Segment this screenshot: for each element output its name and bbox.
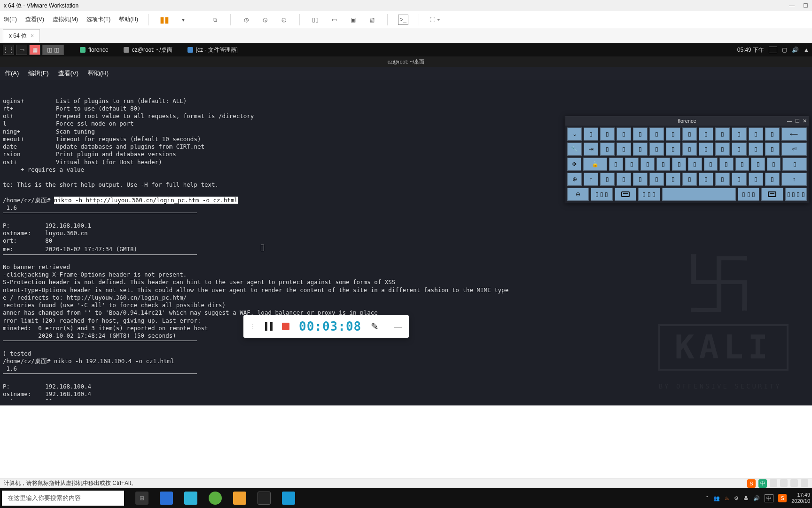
maximize-icon[interactable]: ☐	[803, 2, 808, 9]
layout1-icon[interactable]: ▯▯	[310, 15, 320, 25]
fl-key[interactable]: ▯	[719, 158, 734, 171]
snapshot-icon[interactable]: ◷	[241, 15, 251, 25]
fl-key[interactable]: ▯	[666, 173, 680, 186]
fl-zoomin-icon[interactable]: ⊕	[567, 173, 582, 186]
console-icon[interactable]: ▧	[367, 15, 377, 25]
sogou-ime-icon[interactable]: S	[778, 494, 787, 502]
menu-edit[interactable]: 辑(E)	[4, 16, 17, 24]
layout2-icon[interactable]: ▭	[329, 15, 339, 25]
unity-icon[interactable]: ▣	[348, 15, 358, 25]
fl-key[interactable]: ▯ ▯ ▯	[738, 188, 759, 201]
tray-icon[interactable]: ♨	[725, 495, 729, 501]
tray-icon[interactable]	[769, 47, 777, 53]
fl-key[interactable]: ▯	[584, 127, 598, 141]
fl-key[interactable]: ▯	[649, 127, 664, 141]
fl-key[interactable]: ▯	[682, 127, 697, 141]
fl-key[interactable]: ▯	[688, 158, 702, 171]
fl-key[interactable]: ▯	[751, 158, 765, 171]
menu-view[interactable]: 查看(V)	[25, 16, 44, 24]
fl-key[interactable]: ▯	[732, 143, 746, 156]
menu-vm[interactable]: 虚拟机(M)	[53, 16, 78, 24]
workspace-switcher[interactable]: ◫ ◫	[42, 45, 64, 55]
screen-recorder[interactable]: ⋮ 00:03:08 ✎ —	[243, 315, 409, 338]
network-icon[interactable]: 🖧	[743, 495, 749, 501]
rec-pen-icon[interactable]: ✎	[371, 321, 379, 332]
fl-keyboard-icon[interactable]	[615, 188, 636, 201]
search-input[interactable]: 在这里输入你要搜索的内容	[2, 491, 124, 506]
file-manager-icon[interactable]: ▦	[29, 45, 40, 55]
fl-key[interactable]: ▯	[617, 127, 631, 141]
fl-key[interactable]: ▯	[715, 173, 730, 186]
fl-tab-icon[interactable]: ⇥	[584, 143, 598, 156]
rec-stop-icon[interactable]	[282, 323, 289, 330]
status-icon[interactable]	[801, 479, 808, 487]
terminal-icon[interactable]	[258, 492, 271, 505]
fl-wrench-icon[interactable]: 🔧	[567, 143, 582, 156]
rec-drag-icon[interactable]: ⋮	[250, 323, 256, 330]
app-icon[interactable]	[209, 492, 222, 505]
sound-icon[interactable]: 🔊	[753, 495, 760, 501]
fl-key[interactable]: ▯	[749, 127, 763, 141]
fl-key[interactable]: ▯	[682, 173, 697, 186]
fl-key[interactable]: ▯	[600, 173, 615, 186]
close-tab-icon[interactable]: ×	[31, 32, 34, 39]
fl-key[interactable]: ▯	[749, 143, 763, 156]
close-icon[interactable]: ✕	[803, 118, 807, 124]
fl-key[interactable]: ▯ ▯ ▯	[591, 188, 612, 201]
fl-keyboard-icon[interactable]	[761, 188, 783, 201]
tray-icon[interactable]: ⚙	[734, 495, 739, 501]
task-terminal[interactable]: cz@root: ~/桌面	[119, 45, 177, 55]
fl-key[interactable]: ▯	[600, 127, 615, 141]
maximize-icon[interactable]: ☐	[795, 118, 800, 124]
fl-key[interactable]: ▯	[735, 158, 750, 171]
manage-icon[interactable]: ◵	[279, 15, 289, 25]
show-desktop-icon[interactable]: ▭	[16, 45, 27, 55]
ime-zh-icon[interactable]: 中	[758, 479, 767, 488]
pause-icon[interactable]: ▮▮	[159, 15, 170, 25]
term-menu-edit[interactable]: 编辑(E)	[28, 69, 48, 78]
fl-key[interactable]: ▯	[617, 143, 631, 156]
fl-expand-icon[interactable]: ⌄	[567, 127, 582, 141]
fl-key[interactable]: ▯	[672, 158, 686, 171]
fl-space-key[interactable]	[662, 188, 736, 201]
fl-key[interactable]: ▯	[704, 158, 718, 171]
fullscreen-icon[interactable]: >_	[398, 15, 408, 25]
fl-key[interactable]: ▯	[732, 127, 746, 141]
fl-key[interactable]: ▯	[782, 158, 807, 171]
fl-capslock-icon[interactable]: 🔒	[583, 158, 608, 171]
rec-minimize-icon[interactable]: —	[394, 322, 402, 332]
fl-key[interactable]: ▯	[600, 143, 615, 156]
dropdown-icon[interactable]: ▾	[178, 15, 188, 25]
task-filemanager[interactable]: [cz - 文件管理器]	[183, 45, 242, 55]
fl-key[interactable]: ▯	[767, 158, 781, 171]
fl-key[interactable]: ▯	[732, 173, 746, 186]
kali-menu-icon[interactable]: ⋮⋮	[3, 45, 14, 55]
sound-icon[interactable]: 🔊	[792, 47, 799, 53]
fl-key[interactable]: ▯ ▯ ▯ ▯	[785, 188, 807, 201]
fl-key[interactable]: ▯	[765, 173, 780, 186]
term-menu-file[interactable]: 作(A)	[5, 69, 19, 78]
fl-zoomout-icon[interactable]: ⊖	[567, 188, 589, 201]
task-florence[interactable]: florence	[75, 45, 113, 55]
fl-key[interactable]: ▯	[699, 173, 713, 186]
status-icon[interactable]	[790, 479, 798, 487]
tray-expand-icon[interactable]: ˄	[706, 495, 709, 501]
fl-key[interactable]: ▯	[699, 127, 713, 141]
people-icon[interactable]: 👥	[713, 495, 720, 501]
term-menu-help[interactable]: 帮助(H)	[88, 69, 109, 78]
fl-key[interactable]: ▯	[649, 143, 664, 156]
status-icon[interactable]	[770, 479, 777, 487]
minimize-icon[interactable]: —	[787, 118, 792, 124]
taskview-icon[interactable]: ⊞	[135, 492, 148, 505]
fl-key[interactable]: ▯	[666, 127, 680, 141]
clock[interactable]: 17:49 2020/10	[791, 492, 810, 504]
fl-key[interactable]: ▯	[617, 173, 631, 186]
fl-key[interactable]: ▯	[715, 143, 730, 156]
fl-key[interactable]: ▯	[625, 158, 639, 171]
fl-shift-icon[interactable]: ↑	[584, 173, 598, 186]
app-icon[interactable]	[184, 492, 197, 505]
fl-key[interactable]: ▯	[749, 173, 763, 186]
vmware-icon[interactable]	[233, 492, 246, 505]
fl-key[interactable]: ▯	[633, 173, 648, 186]
term-menu-view[interactable]: 查看(V)	[58, 69, 78, 78]
